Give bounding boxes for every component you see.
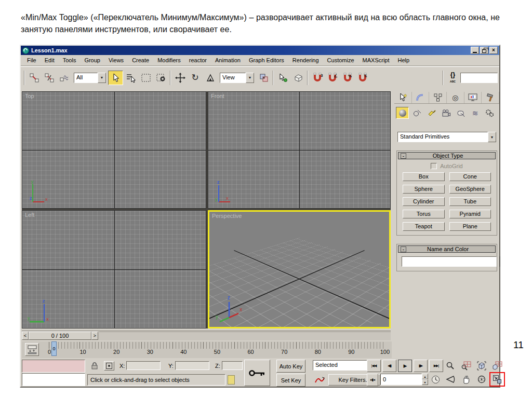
teapot-button[interactable]: Teapot [403,222,445,231]
object-name-field[interactable] [402,256,497,267]
time-slider-prev-icon[interactable]: < [22,332,29,340]
geosphere-button[interactable]: GeoSphere [449,185,491,194]
select-and-rotate-icon[interactable]: ↻ [188,71,203,85]
torus-button[interactable]: Torus [403,210,445,218]
bind-to-space-warp-icon[interactable] [57,71,72,85]
time-configuration-button[interactable] [430,375,441,384]
viewport-top[interactable]: Top x y z [22,91,206,209]
cone-button[interactable]: Cone [449,172,491,181]
category-cameras[interactable] [440,107,453,119]
key-mode-toggle-button[interactable]: ▸▮◂ [367,374,378,386]
dropdown-arrow-icon[interactable]: ▼ [246,73,254,83]
track-bar-ruler[interactable] [49,342,385,349]
category-shapes[interactable] [410,107,423,119]
object-type-rollout-header[interactable]: - Object Type [398,152,496,159]
selection-lock-toggle[interactable] [89,361,100,370]
spinner-snap-toggle-icon[interactable]: ⇅ [355,71,370,85]
arc-rotate-button[interactable] [475,373,488,386]
absolute-offset-mode-toggle[interactable] [104,361,114,370]
category-space-warps[interactable]: ≋ [469,107,482,119]
dropdown-arrow-icon[interactable]: ▼ [98,73,106,83]
time-slider-next-icon[interactable]: > [91,332,98,340]
pyramid-button[interactable]: Pyramid [449,210,491,218]
restore-button[interactable] [480,47,488,54]
tab-motion[interactable]: ◎ [447,92,464,103]
unlink-selection-icon[interactable] [42,71,57,85]
category-lights[interactable] [425,107,438,119]
keyboard-shortcut-override-icon[interactable] [290,71,305,85]
reference-coordinate-system-dropdown[interactable]: View ▼ [220,73,254,83]
collapse-icon[interactable]: - [401,246,406,252]
menu-item-maxscript[interactable]: MAXScript [358,56,394,65]
minimize-button[interactable] [471,47,479,54]
zoom-extents-button[interactable] [475,360,488,372]
selection-filter-dropdown[interactable]: All ▼ [74,73,106,83]
named-selection-sets-field[interactable] [460,73,498,83]
subcategory-dropdown[interactable]: Standard Primitives ▼ [397,132,496,142]
category-systems[interactable] [483,107,496,119]
category-geometry[interactable] [396,107,409,119]
edit-named-selection-sets-icon[interactable]: {}ABC [445,71,460,85]
menu-item-edit[interactable]: Edit [41,56,59,65]
keyboard-shortcut-override-icon[interactable] [228,375,235,385]
zoom-extents-all-button[interactable] [490,360,504,372]
object-color-swatch[interactable] [499,256,500,267]
menu-item-rendering[interactable]: Rendering [288,56,323,65]
tab-create[interactable] [394,92,412,103]
name-and-color-rollout-header[interactable]: - Name and Color [398,245,496,253]
title-bar[interactable]: Lesson1.max × [21,46,499,55]
maxscript-macro-recorder-pane[interactable] [22,360,85,373]
set-keys-button[interactable] [244,360,270,386]
select-by-name-icon[interactable] [123,71,138,85]
selection-filter-value[interactable]: All [74,73,98,83]
menu-item-animation[interactable]: Animation [211,56,245,65]
maxscript-listener-pane[interactable] [22,373,85,386]
menu-item-tools[interactable]: Tools [59,56,81,65]
time-slider-handle[interactable]: 0 / 100 [29,332,91,340]
tab-display[interactable] [464,92,482,103]
dropdown-arrow-icon[interactable]: ▼ [488,132,496,142]
tube-button[interactable]: Tube [449,197,491,206]
field-of-view-button[interactable] [444,373,457,386]
subcategory-value[interactable]: Standard Primitives [397,132,488,142]
go-to-start-button[interactable]: |◀◀ [367,360,381,372]
viewport-front[interactable]: Front x z y [208,91,391,209]
cylinder-button[interactable]: Cylinder [403,197,445,206]
tab-hierarchy[interactable] [429,92,447,103]
frame-spinner[interactable]: ▲ ▼ [422,374,428,385]
menu-item-file[interactable]: File [23,56,41,65]
spinner-up-icon[interactable]: ▲ [422,374,428,379]
use-pivot-point-center-icon[interactable] [256,71,271,85]
set-key-button[interactable]: Set Key [276,374,305,387]
plane-button[interactable]: Plane [449,222,491,231]
spinner-down-icon[interactable]: ▼ [422,379,428,385]
menu-item-modifiers[interactable]: Modifiers [153,56,185,65]
autogrid-checkbox[interactable] [431,163,437,169]
tab-utilities[interactable] [482,92,499,103]
window-crossing-icon[interactable] [153,71,168,85]
select-object-icon[interactable] [108,71,123,85]
coord-system-value[interactable]: View [220,73,246,83]
select-and-link-icon[interactable] [26,71,42,85]
default-in-out-tangents-button[interactable] [313,374,326,386]
box-button[interactable]: Box [403,172,445,181]
time-slider-track[interactable] [99,332,391,340]
go-to-end-button[interactable]: ▶▶| [429,360,443,372]
selection-set-value[interactable]: Selected [313,360,372,370]
app-logo-icon[interactable] [22,47,29,54]
menu-item-customize[interactable]: Customize [323,56,358,65]
pan-button[interactable] [459,373,473,386]
mini-curve-editor-button[interactable] [25,343,39,356]
menu-item-reactor[interactable]: reactor [185,56,211,65]
previous-frame-button[interactable]: ◀▮ [382,360,396,372]
menu-item-help[interactable]: Help [394,56,414,65]
zoom-all-button[interactable] [459,360,473,372]
close-button[interactable]: × [489,47,498,54]
viewport-perspective[interactable]: Perspective z x y [208,210,391,328]
zoom-button[interactable] [444,360,457,372]
menu-item-group[interactable]: Group [80,56,104,65]
rectangular-selection-region-icon[interactable] [138,71,153,85]
z-coordinate-field[interactable] [222,361,243,370]
next-frame-button[interactable]: ▮▶ [414,360,428,372]
play-button[interactable]: ▶ [398,360,412,372]
